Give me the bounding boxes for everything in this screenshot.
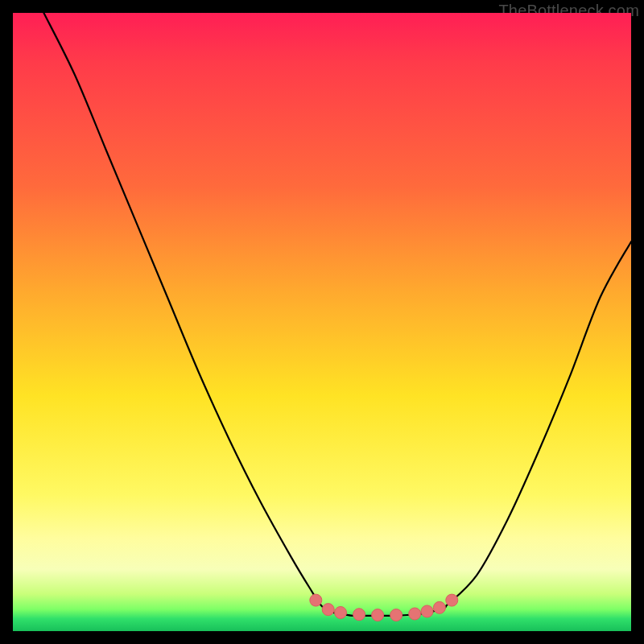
floor-marker (310, 594, 322, 606)
floor-marker (353, 609, 365, 621)
chart-stage: TheBottleneck.com (0, 0, 644, 644)
floor-marker (372, 609, 384, 621)
v-curve-path (43, 13, 631, 616)
floor-marker (421, 605, 433, 617)
floor-marker (390, 609, 402, 621)
floor-marker (409, 608, 421, 620)
floor-marker (446, 594, 458, 606)
plot-area (13, 13, 631, 631)
floor-marker (433, 601, 445, 613)
floor-markers (310, 594, 458, 621)
floor-marker (335, 606, 347, 618)
floor-marker (322, 604, 334, 616)
bottleneck-curve (13, 13, 631, 631)
